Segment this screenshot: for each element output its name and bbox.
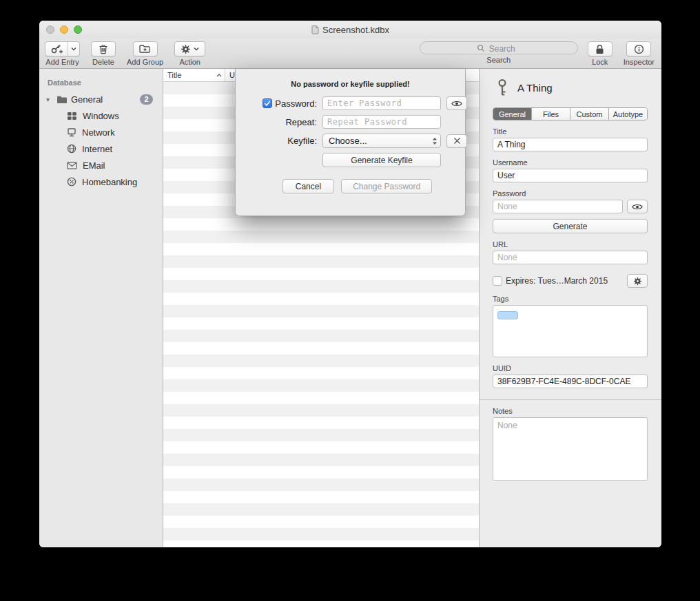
delete-button[interactable] bbox=[91, 41, 116, 56]
url-field[interactable] bbox=[493, 251, 648, 264]
url-field-label: URL bbox=[493, 240, 648, 249]
clear-keyfile-button[interactable] bbox=[446, 134, 467, 148]
cancel-button[interactable]: Cancel bbox=[282, 179, 334, 193]
inspector-label: Inspector bbox=[624, 58, 655, 66]
expires-label: Expires: Tues…March 2015 bbox=[506, 276, 608, 286]
change-password-button[interactable]: Change Password bbox=[341, 179, 432, 193]
tab-files[interactable]: Files bbox=[532, 108, 570, 120]
chevron-down-icon bbox=[194, 47, 199, 51]
keyfile-dropdown[interactable]: Choose... bbox=[322, 134, 441, 148]
password-dialog: No password or keyfile supplied! Passwor… bbox=[235, 69, 466, 216]
sidebar-item-internet[interactable]: Internet bbox=[39, 140, 163, 157]
notes-field[interactable] bbox=[493, 417, 648, 481]
add-entry-label: Add Entry bbox=[45, 58, 79, 66]
eye-icon bbox=[451, 100, 462, 107]
show-password-button[interactable] bbox=[627, 200, 648, 213]
close-x-icon bbox=[453, 137, 461, 145]
uuid-field[interactable] bbox=[493, 375, 648, 388]
search-icon bbox=[477, 44, 485, 52]
title-field[interactable] bbox=[493, 138, 648, 151]
expires-settings-button[interactable] bbox=[627, 274, 648, 288]
sidebar-item-general[interactable]: ▾ General 2 bbox=[39, 91, 163, 107]
document-icon bbox=[311, 25, 319, 34]
sidebar-item-label: Homebanking bbox=[82, 177, 137, 187]
password-checkbox[interactable] bbox=[262, 98, 272, 108]
generate-password-button[interactable]: Generate bbox=[493, 219, 648, 233]
sidebar-item-windows[interactable]: Windows bbox=[39, 107, 163, 124]
search-caption: Search bbox=[486, 56, 511, 64]
lock-label: Lock bbox=[592, 58, 608, 66]
password-field-label: Password bbox=[493, 189, 648, 198]
username-field-label: Username bbox=[493, 158, 648, 167]
tab-autotype[interactable]: Autotype bbox=[609, 108, 647, 120]
trash-icon bbox=[99, 44, 108, 54]
titlebar: Screenshot.kdbx bbox=[39, 21, 661, 39]
column-header-title[interactable]: Title bbox=[163, 69, 225, 81]
action-label: Action bbox=[179, 58, 200, 66]
add-entry-button[interactable] bbox=[45, 41, 80, 56]
search-input[interactable] bbox=[420, 43, 577, 55]
password-input[interactable] bbox=[322, 96, 441, 110]
entry-title: A Thing bbox=[517, 82, 553, 94]
key-icon bbox=[495, 78, 509, 96]
inspector-panel: A Thing General Files Custom Autotype Ti… bbox=[479, 69, 661, 547]
folder-icon bbox=[56, 95, 68, 104]
add-group-label: Add Group bbox=[127, 58, 163, 66]
stepper-icon bbox=[432, 137, 438, 145]
app-window: Screenshot.kdbx Add Entry Delete bbox=[39, 21, 661, 547]
email-envelope-icon bbox=[67, 162, 77, 169]
repeat-password-input[interactable] bbox=[322, 115, 441, 129]
info-icon bbox=[634, 44, 644, 54]
window-title: Screenshot.kdbx bbox=[322, 25, 389, 35]
zoom-button[interactable] bbox=[74, 25, 82, 34]
sidebar-item-label: Network bbox=[82, 127, 115, 138]
toolbar: Add Entry Delete Add Group bbox=[39, 39, 661, 69]
lock-icon bbox=[595, 44, 604, 54]
chevron-down-icon bbox=[68, 42, 79, 56]
tags-field[interactable] bbox=[493, 305, 648, 357]
network-icon bbox=[67, 128, 76, 137]
keyfile-value: Choose... bbox=[329, 136, 367, 146]
tab-general[interactable]: General bbox=[493, 108, 532, 120]
sidebar-item-label: Windows bbox=[83, 111, 119, 121]
password-field[interactable] bbox=[493, 200, 623, 213]
uuid-label: UUID bbox=[493, 364, 648, 372]
keyfile-label: Keyfile: bbox=[287, 136, 317, 146]
key-plus-icon bbox=[45, 42, 68, 56]
windows-icon bbox=[67, 112, 77, 120]
tags-label: Tags bbox=[493, 295, 648, 303]
inspector-tabs: General Files Custom Autotype bbox=[493, 107, 648, 120]
username-field[interactable] bbox=[493, 169, 648, 182]
column-label: Title bbox=[167, 71, 181, 79]
tab-custom[interactable]: Custom bbox=[570, 108, 609, 120]
divider bbox=[480, 399, 661, 400]
generate-keyfile-button[interactable]: Generate Keyfile bbox=[322, 153, 441, 167]
add-group-button[interactable] bbox=[133, 41, 158, 56]
sidebar-item-email[interactable]: EMail bbox=[39, 157, 163, 173]
folder-plus-icon bbox=[139, 44, 151, 54]
sidebar-item-homebanking[interactable]: Homebanking bbox=[39, 173, 163, 190]
dialog-message: No password or keyfile supplied! bbox=[249, 80, 451, 88]
sidebar-item-label: EMail bbox=[83, 160, 105, 171]
internet-globe-icon bbox=[67, 144, 76, 154]
title-field-label: Title bbox=[493, 127, 648, 136]
show-password-button[interactable] bbox=[446, 96, 467, 110]
delete-label: Delete bbox=[92, 58, 114, 66]
close-button[interactable] bbox=[46, 25, 54, 34]
sidebar-item-label: General bbox=[71, 94, 103, 105]
sidebar-item-label: Internet bbox=[82, 144, 112, 154]
eye-icon bbox=[632, 203, 643, 211]
lock-button[interactable] bbox=[588, 41, 612, 56]
sidebar-section-header: Database bbox=[39, 76, 163, 91]
notes-label: Notes bbox=[493, 407, 648, 415]
disclosure-triangle-icon[interactable]: ▾ bbox=[46, 96, 53, 103]
homebanking-coin-icon bbox=[67, 177, 76, 187]
sidebar-item-network[interactable]: Network bbox=[39, 124, 163, 140]
minimize-button[interactable] bbox=[60, 25, 68, 34]
gear-icon bbox=[633, 277, 642, 286]
expires-checkbox[interactable] bbox=[493, 276, 502, 286]
action-button[interactable] bbox=[174, 41, 205, 56]
column-label: U bbox=[229, 71, 235, 79]
tag-chip[interactable] bbox=[497, 311, 518, 319]
inspector-button[interactable] bbox=[626, 41, 651, 56]
